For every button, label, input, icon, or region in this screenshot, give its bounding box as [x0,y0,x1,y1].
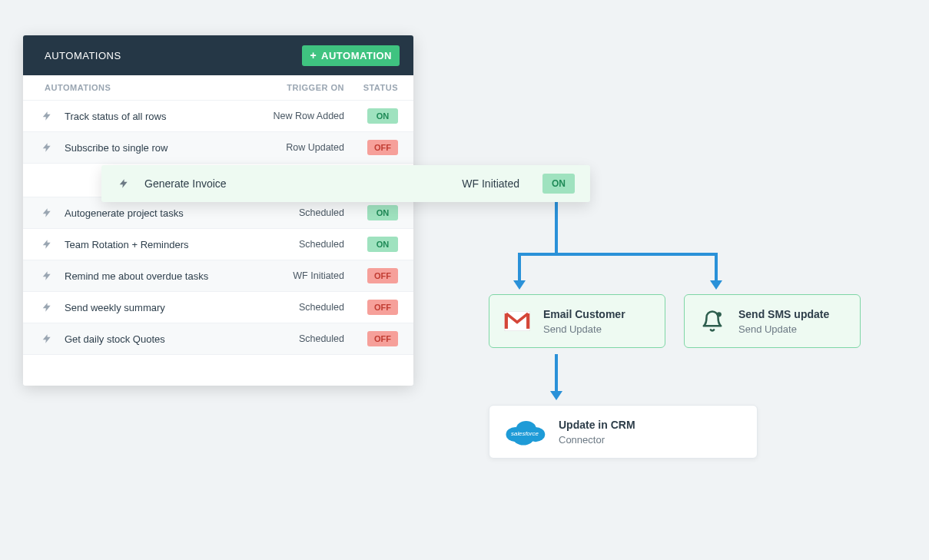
plus-icon: + [310,50,317,61]
bell-icon [698,307,726,335]
gmail-icon [503,307,531,335]
automation-row[interactable]: Remind me about overdue tasks WF Initiat… [23,260,413,292]
status-badge[interactable]: OFF [367,268,398,283]
card-title: Email Customer [543,308,625,320]
status-badge[interactable]: ON [367,237,398,252]
connector-line [555,354,558,393]
arrow-down-icon [513,280,526,290]
bolt-icon [40,269,54,283]
arrow-down-icon [550,391,562,400]
card-subtitle: Connector [559,434,635,446]
svg-point-1 [717,312,722,316]
workflow-card-sms[interactable]: Send SMS update Send Update [684,294,861,348]
row-trigger: Row Updated [244,142,344,153]
status-badge[interactable]: ON [367,205,398,220]
card-subtitle: Send Update [543,323,625,335]
connector-line [518,253,718,256]
row-name: Autogenerate project tasks [65,207,244,219]
card-title: Update in CRM [559,419,635,431]
panel-footer-space [23,355,413,386]
row-trigger: WF Initiated [244,270,344,281]
add-automation-button[interactable]: + AUTOMATION [302,45,400,66]
svg-text:salesforce: salesforce [511,430,539,437]
automations-panel: AUTOMATIONS + AUTOMATION AUTOMATIONS TRI… [23,35,413,386]
status-badge[interactable]: OFF [367,300,398,315]
row-trigger: Scheduled [244,302,344,313]
panel-title: AUTOMATIONS [45,50,121,61]
row-name: Send weekly summary [65,302,244,313]
workflow-card-crm[interactable]: salesforce Update in CRM Connector [489,405,758,459]
row-name: Team Rotation + Reminders [65,239,244,250]
add-automation-label: AUTOMATION [321,50,392,61]
card-title: Send SMS update [738,308,829,320]
row-status: OFF [344,268,398,283]
row-trigger: Scheduled [244,333,344,344]
status-badge[interactable]: ON [542,174,575,194]
col-status-header: STATUS [344,83,398,92]
bolt-icon [117,177,131,191]
row-status: ON [344,237,398,252]
connector-line [518,253,521,282]
row-name: Subscribe to single row [65,142,244,154]
bolt-icon [40,237,54,251]
bolt-icon [40,141,54,154]
automation-row[interactable]: Send weekly summary Scheduled OFF [23,292,413,323]
arrow-down-icon [710,280,722,290]
connector-line [715,253,718,282]
row-trigger: WF Initiated [420,177,542,190]
automation-row[interactable]: Get daily stock Quotes Scheduled OFF [23,323,413,355]
row-status: ON [344,108,398,124]
bolt-icon [40,109,54,123]
column-headers: AUTOMATIONS TRIGGER ON STATUS [23,75,413,101]
row-trigger: Scheduled [244,207,344,218]
row-trigger: Scheduled [244,239,344,250]
row-trigger: New Row Added [244,111,344,121]
row-status: OFF [344,300,398,315]
automations-list: Track status of all rows New Row Added O… [23,101,413,355]
row-name: Remind me about overdue tasks [65,270,244,282]
row-status: OFF [344,140,398,155]
row-status: ON [344,205,398,220]
bolt-icon [40,332,54,346]
row-name: Generate Invoice [144,177,420,190]
status-badge[interactable]: OFF [367,140,398,155]
col-trigger-header: TRIGGER ON [244,83,344,92]
row-name: Get daily stock Quotes [65,333,244,345]
panel-header: AUTOMATIONS + AUTOMATION [23,35,413,75]
connector-line [555,202,558,253]
row-status: OFF [344,331,398,346]
bolt-icon [40,300,54,314]
card-subtitle: Send Update [738,323,829,335]
workflow-card-email[interactable]: Email Customer Send Update [489,294,665,348]
automation-row[interactable]: Team Rotation + Reminders Scheduled ON [23,229,413,260]
bolt-icon [40,206,54,220]
salesforce-icon: salesforce [503,418,546,446]
automation-row[interactable]: Subscribe to single row Row Updated OFF [23,132,413,164]
status-badge[interactable]: ON [367,108,398,124]
automation-row[interactable]: Autogenerate project tasks Scheduled ON [23,197,413,229]
status-badge[interactable]: OFF [367,331,398,346]
automation-row-highlighted[interactable]: Generate Invoice WF Initiated ON [101,165,590,202]
automation-row[interactable]: Track status of all rows New Row Added O… [23,101,413,132]
row-name: Track status of all rows [65,111,244,122]
col-automations-header: AUTOMATIONS [45,83,244,92]
